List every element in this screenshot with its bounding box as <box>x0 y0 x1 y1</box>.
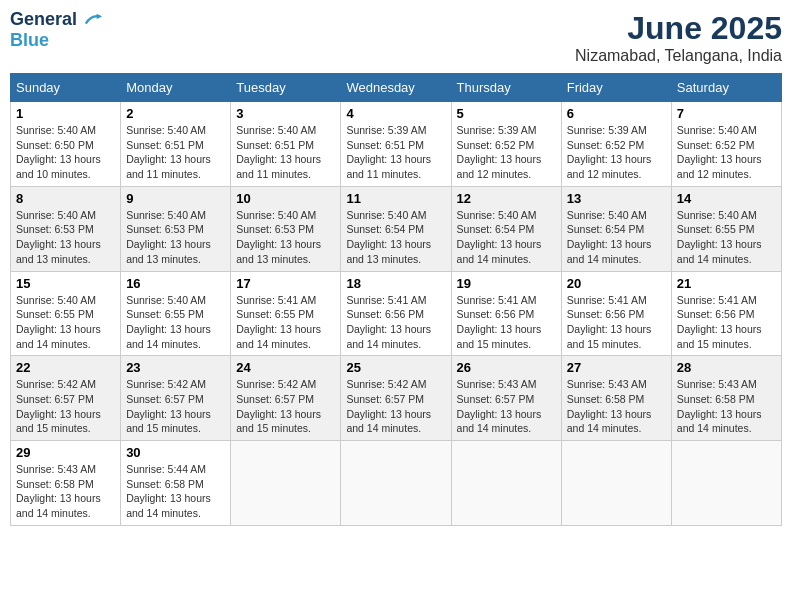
day-cell-11: 11 Sunrise: 5:40 AM Sunset: 6:54 PM Dayl… <box>341 186 451 271</box>
day-info: Sunrise: 5:40 AM Sunset: 6:54 PM Dayligh… <box>346 208 445 267</box>
day-cell-29: 29 Sunrise: 5:43 AM Sunset: 6:58 PM Dayl… <box>11 441 121 526</box>
day-cell-25: 25 Sunrise: 5:42 AM Sunset: 6:57 PM Dayl… <box>341 356 451 441</box>
empty-cell <box>561 441 671 526</box>
day-cell-24: 24 Sunrise: 5:42 AM Sunset: 6:57 PM Dayl… <box>231 356 341 441</box>
day-number: 7 <box>677 106 776 121</box>
day-cell-12: 12 Sunrise: 5:40 AM Sunset: 6:54 PM Dayl… <box>451 186 561 271</box>
weekday-header-sunday: Sunday <box>11 74 121 102</box>
month-title: June 2025 <box>575 10 782 47</box>
day-info: Sunrise: 5:39 AM Sunset: 6:52 PM Dayligh… <box>567 123 666 182</box>
day-number: 3 <box>236 106 335 121</box>
day-info: Sunrise: 5:40 AM Sunset: 6:53 PM Dayligh… <box>126 208 225 267</box>
week-row-2: 8 Sunrise: 5:40 AM Sunset: 6:53 PM Dayli… <box>11 186 782 271</box>
day-info: Sunrise: 5:42 AM Sunset: 6:57 PM Dayligh… <box>16 377 115 436</box>
day-number: 20 <box>567 276 666 291</box>
day-info: Sunrise: 5:43 AM Sunset: 6:57 PM Dayligh… <box>457 377 556 436</box>
day-cell-18: 18 Sunrise: 5:41 AM Sunset: 6:56 PM Dayl… <box>341 271 451 356</box>
day-info: Sunrise: 5:43 AM Sunset: 6:58 PM Dayligh… <box>677 377 776 436</box>
day-cell-5: 5 Sunrise: 5:39 AM Sunset: 6:52 PM Dayli… <box>451 102 561 187</box>
weekday-header-thursday: Thursday <box>451 74 561 102</box>
day-cell-9: 9 Sunrise: 5:40 AM Sunset: 6:53 PM Dayli… <box>121 186 231 271</box>
empty-cell <box>341 441 451 526</box>
day-info: Sunrise: 5:40 AM Sunset: 6:51 PM Dayligh… <box>236 123 335 182</box>
day-info: Sunrise: 5:40 AM Sunset: 6:54 PM Dayligh… <box>457 208 556 267</box>
day-info: Sunrise: 5:40 AM Sunset: 6:53 PM Dayligh… <box>236 208 335 267</box>
day-number: 14 <box>677 191 776 206</box>
day-info: Sunrise: 5:42 AM Sunset: 6:57 PM Dayligh… <box>236 377 335 436</box>
day-info: Sunrise: 5:42 AM Sunset: 6:57 PM Dayligh… <box>346 377 445 436</box>
logo-icon <box>84 11 102 29</box>
logo: General Blue <box>10 10 102 51</box>
weekday-header-saturday: Saturday <box>671 74 781 102</box>
day-info: Sunrise: 5:39 AM Sunset: 6:51 PM Dayligh… <box>346 123 445 182</box>
day-info: Sunrise: 5:41 AM Sunset: 6:56 PM Dayligh… <box>346 293 445 352</box>
weekday-header-monday: Monday <box>121 74 231 102</box>
week-row-4: 22 Sunrise: 5:42 AM Sunset: 6:57 PM Dayl… <box>11 356 782 441</box>
day-cell-22: 22 Sunrise: 5:42 AM Sunset: 6:57 PM Dayl… <box>11 356 121 441</box>
day-cell-10: 10 Sunrise: 5:40 AM Sunset: 6:53 PM Dayl… <box>231 186 341 271</box>
day-number: 15 <box>16 276 115 291</box>
day-number: 30 <box>126 445 225 460</box>
day-cell-19: 19 Sunrise: 5:41 AM Sunset: 6:56 PM Dayl… <box>451 271 561 356</box>
day-number: 23 <box>126 360 225 375</box>
day-cell-26: 26 Sunrise: 5:43 AM Sunset: 6:57 PM Dayl… <box>451 356 561 441</box>
day-number: 1 <box>16 106 115 121</box>
day-number: 4 <box>346 106 445 121</box>
day-cell-8: 8 Sunrise: 5:40 AM Sunset: 6:53 PM Dayli… <box>11 186 121 271</box>
day-number: 10 <box>236 191 335 206</box>
day-number: 17 <box>236 276 335 291</box>
day-info: Sunrise: 5:40 AM Sunset: 6:50 PM Dayligh… <box>16 123 115 182</box>
day-info: Sunrise: 5:41 AM Sunset: 6:55 PM Dayligh… <box>236 293 335 352</box>
day-info: Sunrise: 5:40 AM Sunset: 6:54 PM Dayligh… <box>567 208 666 267</box>
day-number: 29 <box>16 445 115 460</box>
logo-blue: Blue <box>10 30 49 51</box>
day-cell-20: 20 Sunrise: 5:41 AM Sunset: 6:56 PM Dayl… <box>561 271 671 356</box>
day-cell-30: 30 Sunrise: 5:44 AM Sunset: 6:58 PM Dayl… <box>121 441 231 526</box>
day-cell-17: 17 Sunrise: 5:41 AM Sunset: 6:55 PM Dayl… <box>231 271 341 356</box>
day-number: 11 <box>346 191 445 206</box>
empty-cell <box>231 441 341 526</box>
day-info: Sunrise: 5:40 AM Sunset: 6:55 PM Dayligh… <box>677 208 776 267</box>
weekday-header-wednesday: Wednesday <box>341 74 451 102</box>
empty-cell <box>451 441 561 526</box>
day-info: Sunrise: 5:42 AM Sunset: 6:57 PM Dayligh… <box>126 377 225 436</box>
day-cell-16: 16 Sunrise: 5:40 AM Sunset: 6:55 PM Dayl… <box>121 271 231 356</box>
day-number: 25 <box>346 360 445 375</box>
week-row-3: 15 Sunrise: 5:40 AM Sunset: 6:55 PM Dayl… <box>11 271 782 356</box>
day-number: 16 <box>126 276 225 291</box>
svg-marker-0 <box>97 14 102 19</box>
weekday-header-tuesday: Tuesday <box>231 74 341 102</box>
empty-cell <box>671 441 781 526</box>
day-info: Sunrise: 5:41 AM Sunset: 6:56 PM Dayligh… <box>457 293 556 352</box>
day-number: 26 <box>457 360 556 375</box>
day-number: 22 <box>16 360 115 375</box>
day-cell-6: 6 Sunrise: 5:39 AM Sunset: 6:52 PM Dayli… <box>561 102 671 187</box>
weekday-header-row: SundayMondayTuesdayWednesdayThursdayFrid… <box>11 74 782 102</box>
day-cell-27: 27 Sunrise: 5:43 AM Sunset: 6:58 PM Dayl… <box>561 356 671 441</box>
day-cell-2: 2 Sunrise: 5:40 AM Sunset: 6:51 PM Dayli… <box>121 102 231 187</box>
day-cell-23: 23 Sunrise: 5:42 AM Sunset: 6:57 PM Dayl… <box>121 356 231 441</box>
day-cell-13: 13 Sunrise: 5:40 AM Sunset: 6:54 PM Dayl… <box>561 186 671 271</box>
day-info: Sunrise: 5:41 AM Sunset: 6:56 PM Dayligh… <box>677 293 776 352</box>
day-number: 27 <box>567 360 666 375</box>
day-number: 5 <box>457 106 556 121</box>
day-info: Sunrise: 5:43 AM Sunset: 6:58 PM Dayligh… <box>567 377 666 436</box>
day-info: Sunrise: 5:40 AM Sunset: 6:51 PM Dayligh… <box>126 123 225 182</box>
day-cell-7: 7 Sunrise: 5:40 AM Sunset: 6:52 PM Dayli… <box>671 102 781 187</box>
day-number: 28 <box>677 360 776 375</box>
day-number: 24 <box>236 360 335 375</box>
day-cell-28: 28 Sunrise: 5:43 AM Sunset: 6:58 PM Dayl… <box>671 356 781 441</box>
week-row-5: 29 Sunrise: 5:43 AM Sunset: 6:58 PM Dayl… <box>11 441 782 526</box>
header: General Blue June 2025 Nizamabad, Telang… <box>10 10 782 65</box>
day-number: 21 <box>677 276 776 291</box>
day-number: 9 <box>126 191 225 206</box>
day-info: Sunrise: 5:43 AM Sunset: 6:58 PM Dayligh… <box>16 462 115 521</box>
day-info: Sunrise: 5:40 AM Sunset: 6:52 PM Dayligh… <box>677 123 776 182</box>
day-info: Sunrise: 5:44 AM Sunset: 6:58 PM Dayligh… <box>126 462 225 521</box>
day-info: Sunrise: 5:40 AM Sunset: 6:55 PM Dayligh… <box>16 293 115 352</box>
day-cell-15: 15 Sunrise: 5:40 AM Sunset: 6:55 PM Dayl… <box>11 271 121 356</box>
day-number: 6 <box>567 106 666 121</box>
title-area: June 2025 Nizamabad, Telangana, India <box>575 10 782 65</box>
day-number: 8 <box>16 191 115 206</box>
day-cell-1: 1 Sunrise: 5:40 AM Sunset: 6:50 PM Dayli… <box>11 102 121 187</box>
